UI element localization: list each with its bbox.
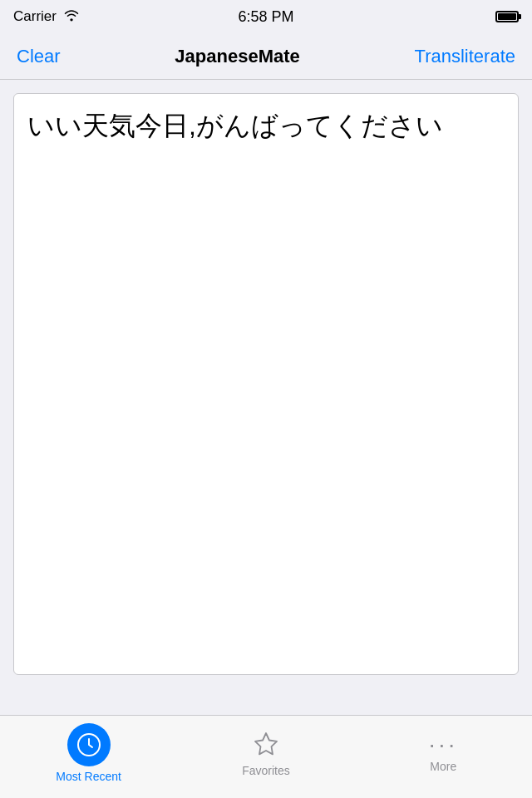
- tab-favorites[interactable]: Favorites: [177, 729, 354, 777]
- nav-bar: Clear JapaneseMate Transliterate: [0, 33, 532, 80]
- transliterate-button[interactable]: Transliterate: [415, 46, 515, 67]
- text-area-container[interactable]: いい天気今日,がんばってください: [13, 93, 519, 675]
- tab-most-recent[interactable]: Most Recent: [0, 723, 177, 783]
- battery-area: [495, 11, 519, 22]
- tab-most-recent-label: Most Recent: [56, 770, 121, 783]
- tab-more-label: More: [430, 760, 456, 773]
- tab-favorites-label: Favorites: [242, 764, 290, 777]
- most-recent-icon-circle: [67, 723, 111, 766]
- nav-title: JapaneseMate: [175, 46, 299, 67]
- japanese-text: いい天気今日,がんばってください: [27, 107, 505, 145]
- star-icon: [250, 729, 282, 761]
- clock-icon: [76, 732, 101, 757]
- clear-button[interactable]: Clear: [17, 46, 61, 67]
- carrier-info: Carrier: [13, 8, 80, 26]
- more-dots-icon: ···: [429, 733, 458, 756]
- main-content: いい天気今日,がんばってください: [0, 80, 532, 688]
- tab-more[interactable]: ··· More: [355, 733, 532, 773]
- status-bar: Carrier 6:58 PM: [0, 0, 532, 33]
- wifi-icon: [63, 8, 80, 26]
- battery-fill: [498, 13, 516, 20]
- tab-bar: Most Recent Favorites ··· More: [0, 715, 532, 798]
- battery-icon: [495, 11, 519, 22]
- carrier-label: Carrier: [13, 8, 57, 25]
- status-time: 6:58 PM: [238, 8, 293, 26]
